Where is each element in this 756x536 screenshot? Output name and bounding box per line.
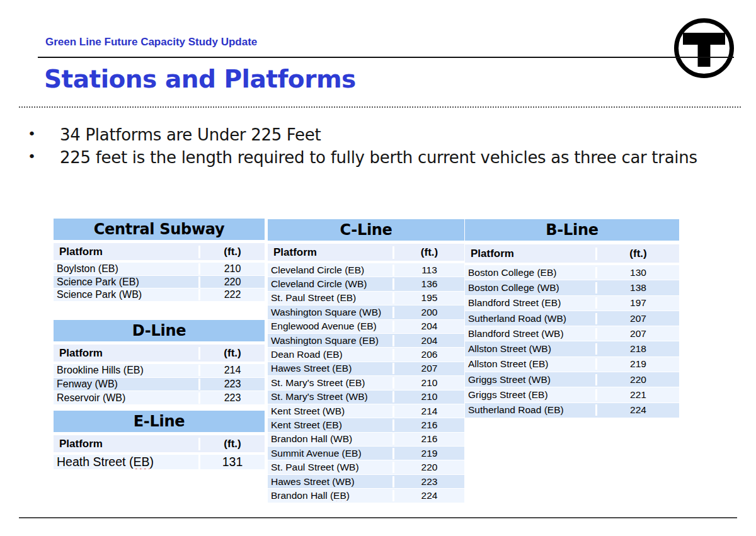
- mbta-t-logo-icon: [673, 18, 735, 79]
- table-b-line: B-Line Platform (ft.) Boston College (EB…: [465, 219, 679, 418]
- table-row: Englewood Avenue (EB)204: [268, 319, 464, 333]
- table-title: C-Line: [268, 219, 464, 241]
- direction-label: EB: [349, 377, 362, 388]
- direction-label: EB: [333, 490, 346, 501]
- table-row: Cleveland Circle (EB)113: [268, 263, 464, 277]
- platform-cell: Washington Square (EB): [268, 335, 392, 346]
- length-cell: 219: [595, 358, 679, 370]
- length-cell: 223: [392, 476, 464, 488]
- platform-cell: Griggs Street (WB): [465, 374, 595, 385]
- table-row: Brandon Hall (EB)224: [268, 488, 464, 502]
- length-cell: 136: [392, 278, 464, 290]
- platform-cell: St. Mary's Street (EB): [268, 377, 392, 389]
- platform-cell: Cleveland Circle (EB): [268, 265, 392, 276]
- table-row: Blandford Street (WB)207: [465, 326, 679, 341]
- length-cell: 224: [392, 490, 464, 501]
- table-row: Blandford Street (EB)197: [465, 295, 679, 311]
- direction-label: EB: [544, 297, 558, 308]
- length-cell: 210: [392, 391, 464, 402]
- table-row: Hawes Street (WB)223: [268, 474, 464, 488]
- title-dotted-divider: [19, 106, 741, 108]
- length-cell: 113: [392, 265, 464, 276]
- length-cell: 204: [392, 335, 464, 346]
- table-row: Sutherland Road (WB)207: [465, 311, 679, 326]
- platform-cell: Boston College (EB): [465, 267, 595, 278]
- platform-cell: Summit Avenue (EB): [268, 448, 392, 459]
- direction-label: WB: [362, 307, 378, 317]
- direction-label: EB: [326, 349, 340, 360]
- platform-cell: Brookline Hills (EB): [54, 365, 198, 376]
- table-header-row: Platform (ft.): [54, 243, 265, 260]
- table-row: Heath Street (EB)131: [54, 454, 265, 469]
- platform-cell: Cleveland Circle (WB): [268, 278, 392, 290]
- platform-cell: Washington Square (WB): [268, 307, 392, 318]
- header-divider: [38, 57, 734, 58]
- table-row: Brandon Hall (WB)216: [268, 432, 464, 446]
- length-cell: 207: [595, 313, 679, 324]
- direction-label: EB: [336, 363, 349, 373]
- platform-cell: Englewood Avenue (EB): [268, 321, 392, 332]
- direction-label: WB: [326, 406, 341, 416]
- platform-cell: Blandford Street (WB): [465, 328, 595, 339]
- table-title: B-Line: [465, 219, 679, 241]
- direction-label: EB: [360, 321, 374, 331]
- direction-label: EB: [133, 455, 149, 469]
- platform-cell: Science Park (WB): [54, 289, 198, 300]
- table-row: Cleveland Circle (WB)136: [268, 277, 464, 290]
- length-cell: 210: [392, 377, 464, 389]
- length-cell: 224: [595, 404, 679, 416]
- platform-cell: Boylston (EB): [54, 263, 198, 275]
- table-row: St. Paul Street (WB)220: [268, 460, 464, 474]
- length-cell: 214: [392, 406, 464, 417]
- platform-cell: Brandon Hall (WB): [268, 433, 392, 445]
- table-row: Boylston (EB)210: [54, 262, 265, 275]
- direction-label: EB: [127, 365, 140, 375]
- length-cell: 138: [595, 282, 679, 294]
- table-row: Hawes Street (EB)207: [268, 362, 464, 375]
- length-cell: 195: [392, 292, 464, 304]
- direction-label: EB: [532, 389, 545, 400]
- length-cell: 223: [198, 392, 265, 404]
- platform-cell: Heath Street (EB): [54, 455, 198, 469]
- platform-cell: Kent Street (WB): [268, 406, 392, 417]
- platform-cell: St. Paul Street (WB): [268, 462, 392, 473]
- platform-cell: St. Paul Street (EB): [268, 292, 392, 304]
- length-cell: 220: [595, 374, 679, 385]
- col-length: (ft.): [595, 248, 679, 260]
- direction-label: WB: [349, 391, 365, 402]
- page-title: Stations and Platforms: [44, 65, 356, 93]
- bullet-list: 34 Platforms are Under 225 Feet 225 feet…: [26, 123, 723, 169]
- length-cell: 216: [392, 433, 464, 445]
- length-cell: 219: [392, 448, 464, 459]
- table-row: St. Mary's Street (WB)210: [268, 390, 464, 404]
- table-row: Kent Street (EB)216: [268, 418, 464, 431]
- platform-cell: Allston Street (EB): [465, 358, 595, 370]
- table-e-line: E-Line Platform (ft.) Heath Street (EB)1…: [54, 411, 265, 469]
- col-length: (ft.): [392, 246, 464, 259]
- direction-label: WB: [340, 462, 355, 472]
- direction-label: WB: [106, 392, 122, 403]
- col-platform: Platform: [54, 246, 198, 258]
- col-length: (ft.): [198, 246, 265, 258]
- table-row: Fenway (WB)223: [54, 377, 265, 391]
- direction-label: EB: [541, 267, 554, 278]
- platform-cell: Boston College (WB): [465, 282, 595, 294]
- table-header-row: Platform (ft.): [54, 345, 265, 362]
- bullet-item: 225 feet is the length required to fully…: [26, 146, 723, 169]
- table-title: E-Line: [54, 411, 265, 432]
- table-row: Washington Square (WB)200: [268, 305, 464, 319]
- table-row: Boston College (EB)130: [465, 265, 679, 280]
- length-cell: 216: [392, 419, 464, 431]
- table-row: Science Park (WB)222: [54, 288, 265, 301]
- table-header-row: Platform (ft.): [54, 435, 265, 452]
- length-cell: 197: [595, 297, 679, 309]
- table-row: Summit Avenue (EB)219: [268, 446, 464, 460]
- table-row: Dean Road (EB)206: [268, 347, 464, 361]
- direction-label: EB: [101, 263, 115, 274]
- length-cell: 223: [198, 379, 265, 390]
- table-rows: Boston College (EB)130Boston College (WB…: [465, 265, 679, 418]
- table-row: St. Mary's Street (EB)210: [268, 375, 464, 389]
- length-cell: 131: [198, 455, 265, 469]
- table-c-line: C-Line Platform (ft.) Cleveland Circle (…: [268, 219, 464, 503]
- table-rows: Brookline Hills (EB)214Fenway (WB)223Res…: [54, 363, 265, 404]
